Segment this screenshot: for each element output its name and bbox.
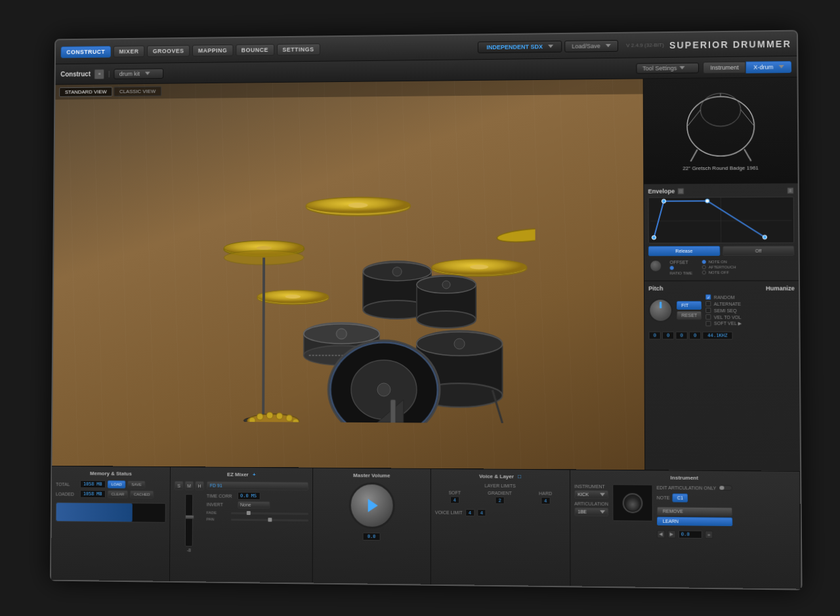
drum-kit-visual[interactable] [52,94,644,470]
soft-vel-option[interactable]: SOFT VEL ▶ [706,321,742,326]
inst-nav-next[interactable]: ▶ [667,530,675,538]
master-volume-knob[interactable] [348,482,394,529]
tab-classic-view[interactable]: CLASSIC VIEW [114,86,161,96]
note-on-option[interactable]: NOTE ON [702,260,736,264]
tab-xdrum[interactable]: X-drum [746,60,791,73]
fit-button[interactable]: FIT [677,300,702,309]
svg-point-28 [417,310,476,327]
alternate-option[interactable]: ALTERNATE [705,300,741,306]
aftertouch-option[interactable]: AFTERTOUCH [702,265,736,269]
articulation-group: ARTICULATION 1BE [574,501,608,516]
soft-col: SOFT 4 [448,490,461,503]
inst-nav-prev[interactable]: ◀ [657,530,665,538]
mixer-btn-1[interactable]: S [175,481,184,490]
pan-slider[interactable] [231,518,308,521]
learn-button[interactable]: LEARN [657,516,733,525]
edit-artic-toggle[interactable] [719,485,733,490]
mixer-plus-icon[interactable]: + [253,472,256,478]
cached-button[interactable]: CACHED [130,490,154,498]
total-val: 1058 MB [80,480,106,487]
invert-select[interactable]: None [238,501,270,508]
invert-label: INVERT [207,502,236,506]
articulation-group-title: ARTICULATION [574,501,608,506]
reset-button[interactable]: RESET [677,311,702,319]
mixer-btn-2[interactable]: M [184,481,194,490]
tab-grooves[interactable]: GROOVES [147,45,190,56]
svg-line-58 [690,149,697,161]
random-option[interactable]: ✓ RANDOM [705,294,741,299]
gradient-label: GRADIENT [488,490,512,495]
fader-handle[interactable] [185,515,194,519]
construct-icon[interactable]: ≡ [94,68,105,79]
svg-point-65 [705,199,709,203]
release-button[interactable]: Release [648,245,720,255]
tab-settings[interactable]: SETTINGS [277,43,320,54]
envelope-title: Envelope [648,188,675,194]
note-off-radio[interactable] [702,270,706,274]
pitch-val-1: 0 [648,331,660,339]
pitch-title: Pitch [648,285,663,291]
soft-label: SOFT [448,490,461,495]
mixer-btn-3[interactable]: H [195,481,204,490]
random-check[interactable]: ✓ [705,294,711,299]
tab-mixer[interactable]: MIXER [114,45,145,56]
tab-standard-view[interactable]: STANDARD VIEW [59,87,112,96]
instrument-name: 22" Gretsch Round Badge 1961 [682,165,759,171]
envelope-icon[interactable]: □ [677,188,684,194]
tab-instrument[interactable]: Instrument [703,61,746,73]
save-button[interactable]: SAVE [127,480,145,488]
fade-label: FADE [207,510,230,514]
pitch-controls: FIT RESET [648,294,702,326]
instrument-group: INSTRUMENT KICK [574,483,608,499]
vel-to-vol-option[interactable]: VEL TO VOL [706,314,742,319]
fader-level: -8 [187,548,191,552]
drum-kit-select[interactable]: drum kit [114,68,163,78]
soft-vel-check[interactable] [706,321,711,326]
note-off-option[interactable]: NOTE OFF [702,270,736,274]
independent-sdx-selector[interactable]: INDEPENDENT SDX [478,40,562,52]
tab-mapping[interactable]: MAPPING [192,44,233,56]
gradient-col: GRADIENT 2 [488,490,512,504]
load-button[interactable]: LOAD [108,480,126,488]
independent-sdx-arrow [548,45,553,48]
master-volume-title: Master Volume [353,472,390,478]
hard-label: HARD [539,491,552,495]
semi-seq-check[interactable] [706,307,711,312]
ratio-time-radio[interactable] [670,266,674,270]
envelope-graph-svg [649,197,794,243]
kick-select[interactable]: KICK [574,489,608,499]
total-row: TOTAL 1058 MB LOAD SAVE [56,480,166,488]
loaded-row: LOADED 1058 MB CLEAR CACHED [56,489,166,498]
vel-to-vol-check[interactable] [706,314,711,319]
loaded-label: LOADED [56,491,78,496]
inst-menu[interactable]: ≡ [705,530,713,538]
mixer-section: EZ Mixer + S M H -8 FD 91 [170,467,313,583]
load-save-button[interactable]: Load/Save [564,39,618,52]
envelope-menu-icon[interactable]: ≡ [787,187,793,194]
fade-slider[interactable] [231,512,308,514]
tab-construct[interactable]: CONSTRUCT [61,45,111,57]
svg-line-56 [740,109,754,125]
tool-settings-arrow [679,66,684,69]
pitch-knob[interactable] [648,298,673,321]
tab-bounce[interactable]: BOUNCE [236,43,274,55]
total-label: TOTAL [56,482,78,486]
articulation-select[interactable]: 1BE [574,507,608,516]
tool-settings-button[interactable]: Tool Settings [637,62,699,73]
svg-point-53 [686,96,754,155]
envelope-graph[interactable] [648,196,795,243]
voice-layer-icon[interactable]: □ [518,473,521,479]
mixer-controls: S M H -8 FD 91 TIME CORR 0.0 MS [174,481,308,554]
mixer-fader[interactable] [185,494,193,546]
alternate-check[interactable] [705,300,711,306]
remove-button[interactable]: REMOVE [657,506,733,516]
time-corr-row: TIME CORR 0.0 MS [207,491,308,500]
note-on-radio[interactable] [702,260,705,264]
master-volume-section: Master Volume 0.0 [313,468,431,584]
mixer-channel-select[interactable]: FD 91 [207,481,308,490]
aftertouch-radio[interactable] [702,265,705,269]
offset-knob[interactable] [650,260,662,272]
clear-button[interactable]: CLEAR [108,490,128,498]
off-button[interactable]: Off [723,245,795,255]
semi-seq-option[interactable]: SEMI SEQ [706,307,742,312]
